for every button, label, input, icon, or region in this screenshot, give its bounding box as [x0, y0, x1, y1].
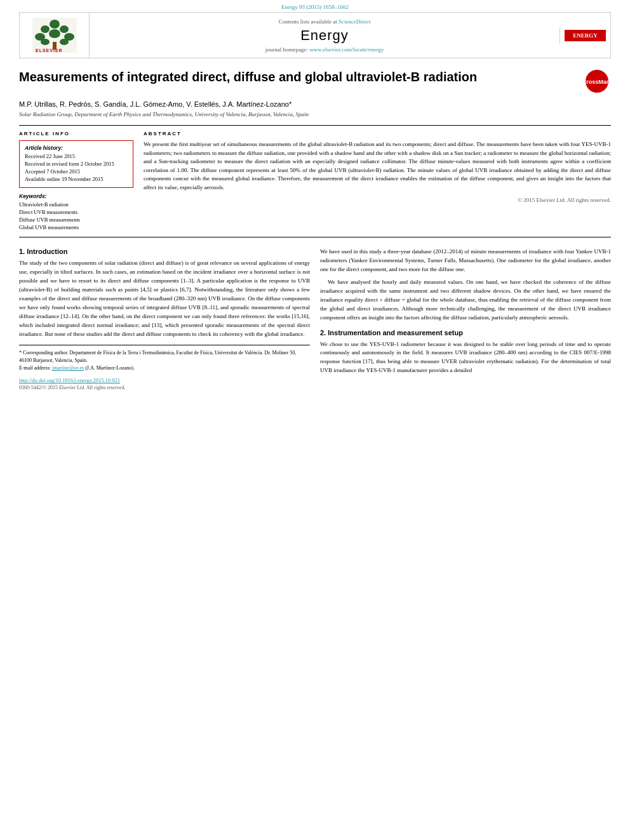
received-date: Received 22 June 2015 [25, 153, 128, 159]
crossmark-icon: CrossMark [584, 69, 610, 94]
article-info-heading: ARTICLE INFO [19, 131, 133, 137]
elsevier-tree-icon: ELSEVIER [32, 18, 77, 53]
body-right-column: We have used in this study a three-year … [320, 248, 611, 390]
intro-para-1: The study of the two components of solar… [19, 259, 310, 338]
footnote-email-line: E-mail address: jmartine@uv.es (J.A. Mar… [19, 364, 310, 372]
svg-point-5 [49, 29, 60, 38]
right-para-1: We have used in this study a three-year … [320, 248, 611, 274]
section2-body: We chose to use the YES-UVB-1 radiometer… [320, 340, 611, 376]
article-history-box: Article history: Received 22 June 2015 R… [19, 140, 133, 188]
keywords-label: Keywords: [19, 193, 133, 199]
abstract-heading: ABSTRACT [144, 131, 611, 137]
svg-point-2 [41, 25, 50, 33]
section2-title: 2. Instrumentation and measurement setup [320, 329, 611, 337]
sciencedirect-link[interactable]: ScienceDirect [338, 18, 370, 25]
elsevier-logo-area: ELSEVIER [20, 13, 90, 58]
content-area: Measurements of integrated direct, diffu… [19, 58, 611, 390]
svg-point-3 [60, 25, 69, 33]
keyword-3: Diffuse UVB measurements [19, 217, 133, 223]
accepted-date: Accepted 7 October 2015 [25, 168, 128, 175]
divider-2 [19, 237, 611, 237]
article-info-column: ARTICLE INFO Article history: Received 2… [19, 131, 133, 232]
intro-body: The study of the two components of solar… [19, 259, 310, 338]
keyword-2: Direct UVB measurements [19, 209, 133, 215]
journal-center-info: Contents lists available at ScienceDirec… [90, 13, 560, 58]
energy-logo-area: ENERGY [560, 27, 610, 44]
footnote-email-link[interactable]: jmartine@uv.es [52, 365, 84, 371]
article-title-section: Measurements of integrated direct, diffu… [19, 69, 611, 94]
article-title: Measurements of integrated direct, diffu… [19, 69, 576, 85]
svg-point-8 [60, 39, 69, 45]
crossmark-area: CrossMark [582, 69, 611, 94]
footnote-area: * Corresponding author. Departament de F… [19, 345, 310, 372]
svg-point-7 [41, 39, 50, 45]
copyright-line: © 2015 Elsevier Ltd. All rights reserved… [144, 197, 611, 203]
history-label: Article history: [25, 145, 128, 151]
authors-line: M.P. Utrillas, R. Pedrós, S. Gandía, J.L… [19, 100, 611, 108]
top-journal-ref: Energy 93 (2015) 1658–1662 [0, 0, 630, 12]
homepage-link[interactable]: www.elsevier.com/locate/energy [309, 46, 384, 53]
doi-line: http://dx.doi.org/10.1016/j.energy.2015.… [19, 377, 310, 383]
right-para-3: We chose to use the YES-UVB-1 radiometer… [320, 340, 611, 376]
right-body: We have used in this study a three-year … [320, 248, 611, 323]
svg-text:ELSEVIER: ELSEVIER [36, 48, 63, 53]
elsevier-logo: ELSEVIER [32, 18, 77, 53]
keyword-4: Global UVB measurements [19, 224, 133, 230]
doi-link[interactable]: http://dx.doi.org/10.1016/j.energy.2015.… [19, 377, 120, 383]
body-left-column: 1. Introduction The study of the two com… [19, 248, 310, 390]
sciencedirect-text: Contents lists available at ScienceDirec… [95, 18, 554, 25]
abstract-text: We present the first multiyear set of si… [144, 140, 611, 192]
divider-1 [19, 125, 611, 126]
abstract-column: ABSTRACT We present the first multiyear … [144, 131, 611, 232]
available-date: Available online 19 November 2015 [25, 176, 128, 182]
energy-logo: ENERGY [565, 30, 606, 41]
revised-date: Received in revised form 2 October 2015 [25, 161, 128, 167]
footnote-star-text: * Corresponding author. Departament de F… [19, 349, 310, 364]
intro-title: 1. Introduction [19, 248, 310, 255]
journal-homepage: journal homepage: www.elsevier.com/locat… [95, 46, 554, 53]
svg-text:CrossMark: CrossMark [584, 79, 610, 85]
right-para-2: We have analysed the hourly and daily me… [320, 278, 611, 323]
keyword-1: Ultraviolet-B radiation [19, 201, 133, 208]
affiliation-line: Solar Radiation Group, Department of Ear… [19, 111, 611, 117]
journal-title: Energy [95, 27, 554, 44]
article-info-abstract: ARTICLE INFO Article history: Received 2… [19, 131, 611, 232]
journal-header: ELSEVIER Contents lists available at Sci… [19, 12, 611, 58]
issn-line: 0360-5442/© 2015 Elsevier Ltd. All right… [19, 385, 310, 390]
svg-point-1 [50, 20, 60, 29]
main-body: 1. Introduction The study of the two com… [19, 248, 611, 390]
